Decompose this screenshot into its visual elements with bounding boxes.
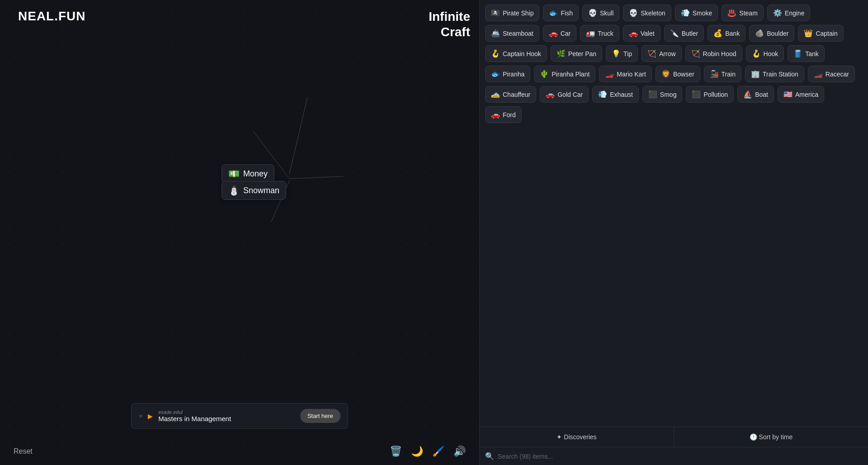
theme-button[interactable]: 🌙 — [411, 446, 423, 457]
sort-by-time-button[interactable]: 🕐 Sort by time — [674, 427, 868, 447]
item-chip[interactable]: 🚂Train — [704, 66, 741, 82]
money-emoji: 💵 — [228, 168, 240, 179]
item-chip[interactable]: 🌿Peter Pan — [551, 45, 602, 62]
item-chip[interactable]: 🪨Boulder — [749, 25, 794, 42]
item-emoji: 🪝 — [491, 49, 500, 58]
ad-title: Masters in Management — [158, 415, 295, 422]
item-chip[interactable]: 🌵Piranha Plant — [534, 66, 595, 82]
item-label: Tip — [623, 50, 632, 57]
ad-url: esade.edu/ — [158, 409, 295, 415]
item-label: Truck — [598, 30, 613, 37]
item-label: Exhaust — [610, 91, 633, 98]
item-emoji: 🚢 — [491, 29, 500, 38]
item-chip[interactable]: 🏹Arrow — [642, 45, 682, 62]
item-chip[interactable]: 🏢Train Station — [745, 66, 804, 82]
item-chip[interactable]: ⬛Pollution — [686, 86, 734, 103]
reset-button[interactable]: Reset — [14, 447, 33, 456]
search-input[interactable] — [498, 453, 863, 460]
ad-close-button[interactable]: × — [139, 413, 142, 420]
item-emoji: 🪝 — [752, 49, 761, 58]
item-chip[interactable]: 🔪Butler — [664, 25, 704, 42]
discoveries-button[interactable]: ✦ Discoveries — [480, 427, 674, 447]
item-chip[interactable]: 🐟Piranha — [485, 66, 530, 82]
item-chip[interactable]: 🚗Ford — [485, 106, 522, 123]
ad-arrow-icon: ▶ — [148, 413, 153, 420]
item-chip[interactable]: 🏹Robin Hood — [685, 45, 742, 62]
item-chip[interactable]: 🏎️Mario Kart — [599, 66, 652, 82]
item-chip[interactable]: 🏎️Racecar — [808, 66, 855, 82]
item-emoji: 🏹 — [647, 49, 656, 58]
item-chip[interactable]: ⚙️Engine — [767, 5, 811, 21]
item-chip[interactable]: 🚗Valet — [623, 25, 660, 42]
item-label: Ford — [503, 111, 516, 119]
brush-button[interactable]: 🖌️ — [432, 446, 444, 457]
item-chip[interactable]: ⛵Boat — [737, 86, 774, 103]
item-emoji: 🚗 — [629, 29, 638, 38]
item-chip[interactable]: 👑Captain — [798, 25, 843, 42]
item-label: Steamboat — [503, 30, 533, 37]
item-chip[interactable]: 🪝Captain Hook — [485, 45, 547, 62]
item-chip[interactable]: 🪝Hook — [746, 45, 784, 62]
money-card[interactable]: 💵 Money — [222, 164, 274, 183]
item-label: Captain Hook — [503, 50, 541, 57]
item-label: Skull — [600, 9, 613, 17]
item-label: Pirate Ship — [503, 9, 533, 17]
item-emoji: ⚙️ — [773, 9, 782, 17]
item-emoji: 💨 — [681, 9, 690, 17]
snowman-emoji: ⛄ — [228, 185, 240, 196]
item-label: Arrow — [659, 50, 676, 57]
trash-button[interactable]: 🗑️ — [390, 446, 402, 457]
item-chip[interactable]: 🇺🇸America — [778, 86, 824, 103]
item-emoji: 🚗 — [546, 90, 555, 99]
item-emoji: 🐟 — [549, 9, 558, 17]
item-label: Pollution — [703, 91, 728, 98]
item-label: Fish — [561, 9, 572, 17]
item-chip[interactable]: 🚕Chauffeur — [485, 86, 536, 103]
item-label: Tank — [805, 50, 819, 57]
svg-line-1 — [289, 176, 344, 179]
item-chip[interactable]: 🐟Fish — [543, 5, 578, 21]
item-emoji: 🛢️ — [793, 49, 802, 58]
item-label: Train — [722, 71, 736, 78]
ad-cta-button[interactable]: Start here — [300, 409, 340, 423]
item-chip[interactable]: 🚛Truck — [580, 25, 619, 42]
item-chip[interactable]: 🚢Steamboat — [485, 25, 539, 42]
item-label: Boulder — [767, 30, 788, 37]
item-label: Smog — [660, 91, 677, 98]
item-label: Skeleton — [641, 9, 665, 17]
search-icon: 🔍 — [485, 452, 494, 460]
item-emoji: 🏎️ — [814, 70, 823, 78]
item-label: Gold Car — [557, 91, 583, 98]
item-label: Mario Kart — [617, 71, 646, 78]
craft-canvas[interactable]: NEAL.FUN Infinite Craft 💵 Money ⛄ Snowma… — [0, 0, 479, 465]
item-chip[interactable]: 🏴‍☠️Pirate Ship — [485, 5, 539, 21]
item-chip[interactable]: 🚗Car — [543, 25, 577, 42]
item-label: Valet — [641, 30, 655, 37]
item-emoji: 💀 — [629, 9, 638, 17]
sound-button[interactable]: 🔊 — [453, 446, 466, 457]
item-label: Steam — [739, 9, 757, 17]
item-emoji: 🇺🇸 — [783, 90, 793, 99]
item-chip[interactable]: 🦁Bowser — [656, 66, 700, 82]
item-chip[interactable]: ♨️Steam — [722, 5, 763, 21]
item-chip[interactable]: 🛢️Tank — [788, 45, 825, 62]
item-emoji: 🪨 — [755, 29, 764, 38]
item-chip[interactable]: 💡Tip — [606, 45, 638, 62]
item-emoji: 🐟 — [491, 70, 500, 78]
item-chip[interactable]: 🚗Gold Car — [540, 86, 589, 103]
item-emoji: ♨️ — [727, 9, 736, 17]
item-emoji: 💨 — [598, 90, 607, 99]
snowman-card[interactable]: ⛄ Snowman — [222, 181, 286, 200]
item-emoji: ⛵ — [743, 90, 752, 99]
item-chip[interactable]: 💨Exhaust — [592, 86, 639, 103]
sidebar: 🏴‍☠️Pirate Ship🐟Fish💀Skull💀Skeleton💨Smok… — [479, 0, 868, 465]
logo: NEAL.FUN — [18, 9, 86, 24]
item-label: Hook — [764, 50, 778, 57]
item-chip[interactable]: ⬛Smog — [642, 86, 683, 103]
item-chip[interactable]: 💀Skull — [582, 5, 619, 21]
item-chip[interactable]: 💨Smoke — [675, 5, 718, 21]
ad-content: esade.edu/ Masters in Management — [158, 409, 295, 422]
item-chip[interactable]: 💀Skeleton — [623, 5, 671, 21]
item-emoji: 💡 — [612, 49, 621, 58]
item-chip[interactable]: 💰Bank — [708, 25, 745, 42]
